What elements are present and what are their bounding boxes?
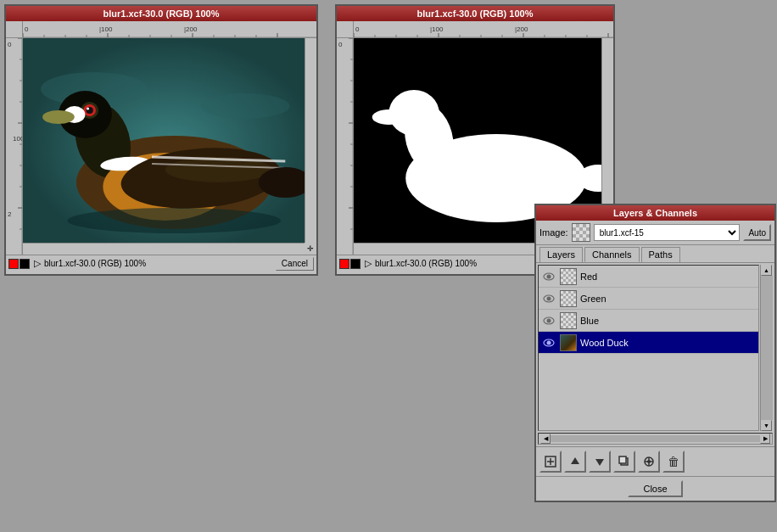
duck-photo bbox=[23, 38, 316, 255]
channel-name-wood-duck: Wood Duck bbox=[580, 338, 756, 348]
anchor-button[interactable] bbox=[638, 451, 660, 473]
channels-list: Red Green bbox=[538, 265, 759, 431]
svg-rect-18 bbox=[6, 38, 23, 255]
svg-rect-0 bbox=[23, 21, 316, 38]
channel-row-blue[interactable]: Blue bbox=[539, 310, 758, 332]
image-dropdown[interactable]: blur1.xcf-15 bbox=[594, 224, 741, 241]
svg-text:|200: |200 bbox=[515, 25, 528, 33]
scroll-corner-1: ✛ bbox=[305, 243, 316, 255]
scroll-track bbox=[761, 276, 773, 420]
ruler-corner bbox=[6, 21, 23, 38]
channel-list-empty bbox=[539, 354, 758, 430]
duck-canvas bbox=[23, 38, 316, 255]
channel-thumb-blue bbox=[560, 312, 577, 329]
image-label: Image: bbox=[539, 227, 568, 238]
channel-eye-wood-duck[interactable] bbox=[541, 335, 556, 350]
bg-color bbox=[20, 259, 30, 269]
svg-point-43 bbox=[87, 108, 89, 110]
svg-marker-103 bbox=[595, 459, 604, 466]
status-text-1: blur1.xcf-30.0 (RGB) 100% bbox=[44, 259, 276, 268]
status-bar-1: ▷ blur1.xcf-30.0 (RGB) 100% Cancel bbox=[6, 255, 316, 272]
svg-text:0: 0 bbox=[355, 25, 360, 33]
close-row: Close bbox=[536, 476, 774, 501]
channel-name-green: Green bbox=[580, 294, 756, 304]
hscroll-left-button[interactable]: ◀ bbox=[540, 434, 551, 444]
scroll-up-button[interactable]: ▲ bbox=[761, 265, 772, 276]
ruler-horizontal: 0 |100 |200 bbox=[23, 21, 316, 38]
auto-button[interactable]: Auto bbox=[743, 224, 771, 241]
tab-layers[interactable]: Layers bbox=[539, 247, 583, 262]
window2-titlebar: blur1.xcf-30.0 (RGB) 100% bbox=[337, 6, 613, 21]
svg-text:|100: |100 bbox=[430, 25, 444, 33]
new-channel-button[interactable] bbox=[539, 451, 562, 473]
svg-text:|100: |100 bbox=[99, 25, 113, 33]
list-scrollbar[interactable]: ▲ ▼ bbox=[760, 265, 773, 431]
channel-name-blue: Blue bbox=[580, 316, 756, 326]
svg-point-45 bbox=[42, 110, 75, 124]
bg-color-2 bbox=[350, 259, 361, 269]
channel-row-green[interactable]: Green bbox=[539, 288, 758, 310]
svg-rect-54 bbox=[354, 21, 613, 38]
move-down-button[interactable] bbox=[589, 451, 611, 473]
close-button[interactable]: Close bbox=[628, 480, 682, 497]
tab-paths[interactable]: Paths bbox=[641, 247, 680, 262]
channel-row-red[interactable]: Red bbox=[539, 266, 758, 288]
resize-icon: ✛ bbox=[306, 244, 315, 253]
cancel-button[interactable]: Cancel bbox=[276, 257, 314, 271]
channel-row-wood-duck[interactable]: Wood Duck bbox=[539, 332, 758, 354]
svg-text:0: 0 bbox=[8, 41, 12, 48]
svg-text:2: 2 bbox=[8, 210, 12, 218]
channel-eye-blue[interactable] bbox=[541, 313, 556, 328]
svg-rect-105 bbox=[619, 456, 626, 463]
hscroll-right-button[interactable]: ▶ bbox=[760, 434, 770, 444]
h-scrollbar-1[interactable] bbox=[23, 243, 305, 255]
channel-thumb-red bbox=[560, 268, 577, 285]
list-h-scrollbar[interactable]: ◀ ▶ bbox=[538, 433, 773, 445]
fg-color bbox=[8, 259, 19, 269]
image-thumbnail bbox=[572, 223, 590, 242]
window-duck-photo: blur1.xcf-30.0 (RGB) 100% 0 |100 |200 bbox=[4, 4, 318, 276]
channel-thumb-green bbox=[560, 290, 577, 307]
image-selector-row: Image: blur1.xcf-15 Auto bbox=[536, 221, 774, 245]
scroll-down-button[interactable]: ▼ bbox=[761, 420, 772, 431]
tab-channels[interactable]: Channels bbox=[584, 247, 639, 262]
svg-point-92 bbox=[547, 274, 551, 278]
svg-text:|200: |200 bbox=[184, 25, 198, 33]
channel-name-red: Red bbox=[580, 272, 756, 282]
ruler-corner-2 bbox=[337, 21, 354, 38]
svg-point-35 bbox=[201, 93, 290, 119]
svg-text:0: 0 bbox=[338, 41, 343, 48]
svg-point-53 bbox=[67, 208, 281, 233]
svg-point-98 bbox=[547, 340, 551, 344]
channel-eye-red[interactable] bbox=[541, 269, 556, 284]
svg-text:0: 0 bbox=[25, 25, 29, 33]
svg-point-89 bbox=[372, 109, 405, 125]
panel-titlebar: Layers & Channels bbox=[536, 205, 774, 221]
ruler-horizontal-2: 0 |100 |200 bbox=[354, 21, 613, 38]
channel-thumb-wood-duck bbox=[560, 334, 577, 351]
svg-rect-72 bbox=[337, 38, 354, 255]
ruler-vertical-2: 0 bbox=[337, 38, 354, 255]
fg-color-2 bbox=[339, 259, 349, 269]
move-up-button[interactable] bbox=[564, 451, 586, 473]
window1-titlebar: blur1.xcf-30.0 (RGB) 100% bbox=[6, 6, 316, 21]
svg-point-109 bbox=[647, 460, 651, 463]
channel-eye-green[interactable] bbox=[541, 291, 556, 306]
layers-channels-panel: Layers & Channels Image: blur1.xcf-15 Au… bbox=[534, 204, 776, 502]
panel-toolbar: 🗑 bbox=[536, 446, 774, 476]
ruler-vertical: 0 100 2 bbox=[6, 38, 23, 255]
tabs-row: Layers Channels Paths bbox=[536, 245, 774, 263]
duplicate-button[interactable] bbox=[613, 451, 635, 473]
svg-point-94 bbox=[547, 296, 551, 300]
delete-button[interactable]: 🗑 bbox=[662, 451, 685, 473]
svg-text:100: 100 bbox=[13, 135, 23, 143]
svg-marker-102 bbox=[571, 457, 579, 464]
svg-point-96 bbox=[547, 318, 551, 322]
hscroll-track bbox=[551, 435, 760, 442]
v-scrollbar-1[interactable] bbox=[305, 38, 316, 243]
